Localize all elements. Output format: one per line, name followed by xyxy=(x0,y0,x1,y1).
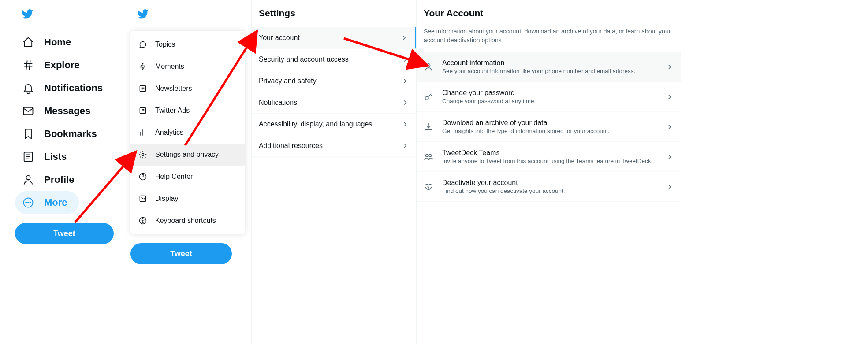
more-newsletters[interactable]: Newsletters xyxy=(130,78,245,100)
more-label: Newsletters xyxy=(155,85,192,92)
download-archive-row[interactable]: Download an archive of your data Get ins… xyxy=(417,112,681,142)
settings-label: Your account xyxy=(259,34,300,42)
bell-icon xyxy=(22,82,34,94)
detail-sub: Find out how you can deactivate your acc… xyxy=(442,188,657,194)
more-menu-column: Topics Moments Newsletters Twitter Ads A… xyxy=(130,8,245,264)
detail-sub: Get insights into the type of informatio… xyxy=(442,128,657,134)
more-label: Settings and privacy xyxy=(155,151,219,159)
bookmark-icon xyxy=(22,128,34,140)
settings-accessibility[interactable]: Accessibility, display, and languages xyxy=(252,114,416,135)
settings-privacy[interactable]: Privacy and safety xyxy=(252,70,416,92)
settings-column: Settings Your account Security and accou… xyxy=(251,0,417,344)
svg-rect-0 xyxy=(24,107,33,115)
more-label: Moments xyxy=(155,63,184,70)
settings-your-account[interactable]: Your account xyxy=(252,27,416,49)
download-icon xyxy=(424,122,433,132)
settings-security[interactable]: Security and account access xyxy=(252,49,416,70)
svg-point-5 xyxy=(28,202,29,203)
twitter-logo-icon[interactable] xyxy=(137,8,149,20)
nav-label: Lists xyxy=(44,151,67,163)
nav-label: More xyxy=(44,197,67,208)
nav-notifications[interactable]: Notifications xyxy=(15,77,121,100)
key-icon xyxy=(424,92,433,102)
detail-sub: Invite anyone to Tweet from this account… xyxy=(442,158,657,164)
svg-point-15 xyxy=(425,96,428,100)
nav-home[interactable]: Home xyxy=(15,31,121,54)
deactivate-row[interactable]: Deactivate your account Find out how you… xyxy=(417,172,681,202)
nav-more[interactable]: More xyxy=(15,191,79,214)
detail-sub: Change your password at any time. xyxy=(442,98,657,104)
nav-profile[interactable]: Profile xyxy=(15,168,121,191)
accessibility-icon xyxy=(138,216,147,225)
home-icon xyxy=(22,36,34,48)
newsletter-icon xyxy=(138,84,147,93)
profile-icon xyxy=(22,174,34,186)
more-ads[interactable]: Twitter Ads xyxy=(130,100,245,122)
settings-label: Privacy and safety xyxy=(259,77,317,85)
settings-additional[interactable]: Additional resources xyxy=(252,135,416,157)
nav-label: Explore xyxy=(44,59,80,71)
analytics-icon xyxy=(138,128,147,137)
heartbreak-icon xyxy=(424,182,433,192)
svg-point-17 xyxy=(429,154,432,157)
chevron-right-icon xyxy=(401,55,409,63)
user-icon xyxy=(424,62,433,72)
account-column: Your Account See information about your … xyxy=(417,0,681,344)
more-label: Twitter Ads xyxy=(155,107,190,115)
detail-sub: See your account information like your p… xyxy=(442,68,657,74)
display-icon xyxy=(138,194,147,203)
team-icon xyxy=(424,152,433,162)
chevron-right-icon xyxy=(401,120,409,128)
change-password-row[interactable]: Change your password Change your passwor… xyxy=(417,82,681,112)
svg-point-9 xyxy=(142,154,144,156)
tweet-button[interactable]: Tweet xyxy=(130,243,232,264)
svg-point-2 xyxy=(26,176,30,180)
nav-label: Messages xyxy=(44,105,90,117)
settings-label: Notifications xyxy=(259,99,297,107)
more-topics[interactable]: Topics xyxy=(130,33,245,55)
more-icon xyxy=(22,196,34,209)
chevron-right-icon xyxy=(401,142,409,150)
more-label: Display xyxy=(155,195,178,203)
more-label: Help Center xyxy=(155,173,193,181)
chevron-right-icon xyxy=(401,99,409,107)
more-label: Keyboard shortcuts xyxy=(155,217,216,225)
settings-title: Settings xyxy=(252,0,416,27)
more-moments[interactable]: Moments xyxy=(130,55,245,78)
envelope-icon xyxy=(22,105,34,117)
bolt-icon xyxy=(138,62,147,71)
primary-nav: Home Explore Notifications Messages Book… xyxy=(15,8,121,244)
detail-title: TweetDeck Teams xyxy=(442,149,657,157)
nav-explore[interactable]: Explore xyxy=(15,54,121,77)
more-help[interactable]: Help Center xyxy=(130,166,245,188)
nav-bookmarks[interactable]: Bookmarks xyxy=(15,122,121,145)
hashtag-icon xyxy=(22,59,34,71)
svg-point-4 xyxy=(26,202,26,203)
more-keyboard[interactable]: Keyboard shortcuts xyxy=(130,210,245,232)
gear-icon xyxy=(138,150,147,159)
nav-label: Bookmarks xyxy=(44,128,97,140)
tweet-button[interactable]: Tweet xyxy=(15,223,114,244)
account-description: See information about your account, down… xyxy=(417,27,681,52)
settings-label: Security and account access xyxy=(259,55,349,63)
more-analytics[interactable]: Analytics xyxy=(130,122,245,144)
lists-icon xyxy=(22,151,34,163)
tweetdeck-teams-row[interactable]: TweetDeck Teams Invite anyone to Tweet f… xyxy=(417,142,681,172)
twitter-logo-icon[interactable] xyxy=(21,8,34,20)
nav-lists[interactable]: Lists xyxy=(15,145,121,168)
chevron-right-icon xyxy=(666,123,674,131)
settings-notifications[interactable]: Notifications xyxy=(252,92,416,114)
account-info-row[interactable]: Account information See your account inf… xyxy=(417,52,681,82)
chevron-right-icon xyxy=(666,183,674,191)
chevron-right-icon xyxy=(666,153,674,161)
settings-label: Accessibility, display, and languages xyxy=(259,120,372,128)
more-settings-privacy[interactable]: Settings and privacy xyxy=(130,144,245,166)
more-menu: Topics Moments Newsletters Twitter Ads A… xyxy=(130,31,245,234)
settings-label: Additional resources xyxy=(259,142,323,150)
chevron-right-icon xyxy=(400,34,408,42)
nav-messages[interactable]: Messages xyxy=(15,100,121,122)
detail-title: Account information xyxy=(442,59,657,67)
external-icon xyxy=(138,106,147,115)
more-display[interactable]: Display xyxy=(130,188,245,210)
more-label: Analytics xyxy=(155,129,183,137)
